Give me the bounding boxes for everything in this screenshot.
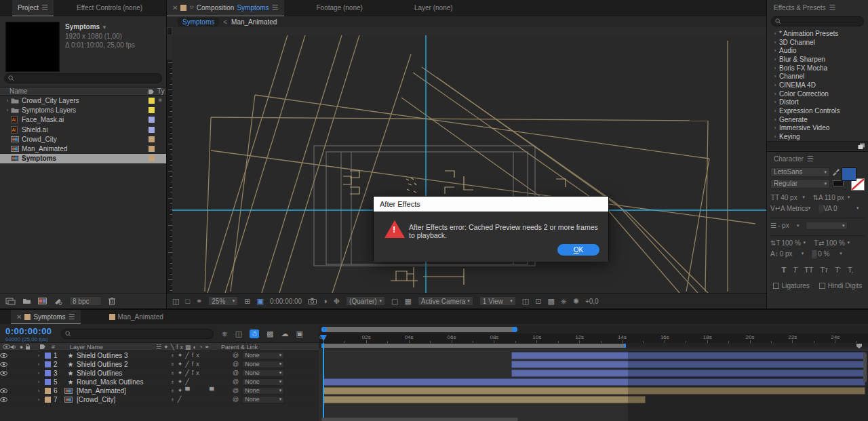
- eye-toggle[interactable]: [0, 371, 7, 376]
- layer-switches[interactable]: ♁✦╱fx: [170, 352, 210, 359]
- transparency-grid-icon[interactable]: ▦: [404, 297, 411, 306]
- layer-duration-bar[interactable]: [323, 378, 865, 386]
- vertical-scrollbar[interactable]: [863, 353, 867, 382]
- parent-dropdown[interactable]: None▾: [242, 369, 284, 377]
- tracking-caret-icon[interactable]: ▾: [856, 205, 859, 211]
- playhead[interactable]: [323, 343, 324, 421]
- draft-3d-icon[interactable]: ◫: [235, 329, 242, 338]
- expander-icon[interactable]: ›: [4, 98, 11, 104]
- project-item-name[interactable]: Man_Animated: [22, 145, 67, 153]
- project-item[interactable]: Crowd_City: [0, 134, 166, 144]
- tab-composition[interactable]: ✕ ⎊ Composition Symptoms ☰: [167, 0, 284, 16]
- kerning-value[interactable]: Metrics: [787, 205, 807, 212]
- expander-icon[interactable]: ›: [771, 117, 779, 123]
- expander-icon[interactable]: ›: [771, 73, 779, 79]
- label-color-swatch[interactable]: [149, 117, 155, 123]
- expander-icon[interactable]: ›: [771, 39, 779, 45]
- subscript-icon[interactable]: T,: [848, 266, 854, 274]
- label-color-swatch[interactable]: [149, 107, 155, 113]
- expander-icon[interactable]: ›: [35, 353, 42, 359]
- project-item-name[interactable]: Symptoms: [22, 155, 56, 162]
- breadcrumb-parent[interactable]: Man_Animated: [231, 18, 277, 26]
- exposure-offset-value[interactable]: +0,0: [585, 298, 599, 305]
- parent-dropdown[interactable]: None▾: [242, 361, 284, 368]
- comp-dropdown-caret[interactable]: ▼: [102, 24, 107, 31]
- layer-switches[interactable]: ♁✦╱: [170, 378, 210, 385]
- project-item-name[interactable]: Crowd_City: [22, 136, 57, 143]
- comp-marker-bin-icon[interactable]: [856, 343, 863, 348]
- effects-category[interactable]: ›* Animation Presets: [767, 29, 868, 38]
- comp-vertical-ruler[interactable]: [167, 60, 172, 317]
- faux-italic-icon[interactable]: T: [793, 266, 797, 274]
- leading-caret-icon[interactable]: ▾: [848, 195, 850, 200]
- navigator-start-handle[interactable]: [321, 327, 327, 332]
- project-search-input[interactable]: [17, 75, 158, 82]
- pickwhip-icon[interactable]: @: [233, 396, 239, 403]
- effects-category[interactable]: ›Distort: [767, 98, 868, 107]
- timeline-search[interactable]: [61, 329, 214, 339]
- label-color-swatch[interactable]: [149, 98, 155, 104]
- project-item[interactable]: Symptoms: [0, 154, 166, 163]
- stroke-width-caret-icon[interactable]: ▾: [797, 223, 800, 228]
- timeline-ruler[interactable]: 0s02s04s06s08s10s12s14s16s18s20s22s24s: [319, 334, 868, 343]
- effects-category[interactable]: ›Keying: [767, 132, 868, 141]
- effects-category[interactable]: ›Channel: [767, 72, 868, 81]
- channels-icon[interactable]: ❉: [334, 297, 340, 306]
- label-color-swatch[interactable]: [149, 155, 155, 161]
- expand-panel-icon[interactable]: ◫: [172, 297, 179, 306]
- project-search[interactable]: [4, 73, 162, 83]
- parent-link-column[interactable]: Parent & Link: [221, 344, 258, 350]
- layer-duration-bar[interactable]: [323, 396, 646, 403]
- stroke-style-dropdown[interactable]: ▾: [806, 222, 848, 230]
- zoom-level-dropdown[interactable]: 25%▾: [208, 296, 238, 306]
- layer-name[interactable]: [Man_Animated]: [77, 387, 170, 395]
- solo-column-icon[interactable]: ●: [18, 344, 25, 350]
- effects-category[interactable]: ›Expression Controls: [767, 106, 868, 115]
- all-caps-icon[interactable]: TT: [804, 266, 813, 274]
- column-name[interactable]: Name: [9, 87, 28, 95]
- expander-icon[interactable]: ›: [771, 65, 779, 71]
- effects-category[interactable]: ›Audio: [767, 46, 868, 55]
- layer-name[interactable]: [Crowd_City]: [77, 396, 170, 403]
- vertical-scale-value[interactable]: 100 %: [782, 239, 802, 247]
- timeline-panel-menu-icon[interactable]: ☰: [68, 313, 75, 321]
- project-item-name[interactable]: Symptoms Layers: [22, 106, 76, 114]
- tracking-value[interactable]: 0: [833, 205, 855, 212]
- tab-effect-controls[interactable]: Effect Controls (none): [71, 0, 148, 16]
- expander-icon[interactable]: ›: [35, 361, 42, 367]
- layer-label-swatch[interactable]: [45, 379, 51, 385]
- blend-switch[interactable]: ▀: [210, 387, 233, 394]
- effects-category[interactable]: ›Blur & Sharpen: [767, 55, 868, 64]
- view-layout-dropdown[interactable]: 1 View▾: [479, 296, 516, 306]
- snapshot-camera-icon[interactable]: [308, 298, 317, 304]
- expander-icon[interactable]: ›: [771, 99, 779, 105]
- project-item[interactable]: Man_Animated: [0, 144, 166, 153]
- layer-duration-bar[interactable]: [511, 369, 865, 377]
- font-size-caret-icon[interactable]: ▾: [802, 195, 805, 200]
- project-item-name[interactable]: Face_Mask.ai: [22, 116, 64, 123]
- expander-icon[interactable]: ›: [771, 134, 779, 140]
- font-style-dropdown[interactable]: Regular▾: [770, 179, 830, 188]
- pickwhip-icon[interactable]: @: [233, 352, 239, 359]
- project-column-header[interactable]: Name Ty: [0, 87, 166, 96]
- project-item-name[interactable]: Crowd_City Layers: [22, 97, 79, 104]
- viewer-panel-menu-icon[interactable]: ☰: [272, 3, 279, 12]
- work-area-track[interactable]: [319, 343, 868, 348]
- parent-dropdown[interactable]: None▾: [242, 396, 284, 403]
- video-column-icon[interactable]: [3, 344, 10, 349]
- panel-menu-icon[interactable]: ☰: [41, 3, 48, 12]
- project-item[interactable]: AiShield.ai: [0, 125, 166, 134]
- pickwhip-icon[interactable]: @: [233, 361, 239, 367]
- horizontal-scale-value[interactable]: 100 %: [825, 239, 846, 247]
- layer-duration-bar[interactable]: [511, 352, 865, 359]
- font-family-dropdown[interactable]: LetoSans▾: [770, 167, 830, 177]
- work-area-bar[interactable]: [321, 344, 626, 348]
- frame-blending-icon[interactable]: ▩: [267, 329, 273, 338]
- timeline-layer-row[interactable]: ›2★Shield Outlines 2♁✦╱fx@None▾: [0, 360, 319, 369]
- pickwhip-icon[interactable]: @: [233, 378, 239, 385]
- effects-category[interactable]: ›Boris FX Mocha: [767, 64, 868, 73]
- effects-search[interactable]: [771, 16, 864, 26]
- expander-icon[interactable]: ›: [771, 31, 779, 37]
- selected-comp-name[interactable]: Symptoms: [65, 23, 100, 31]
- kerning-caret-icon[interactable]: ▾: [808, 205, 811, 211]
